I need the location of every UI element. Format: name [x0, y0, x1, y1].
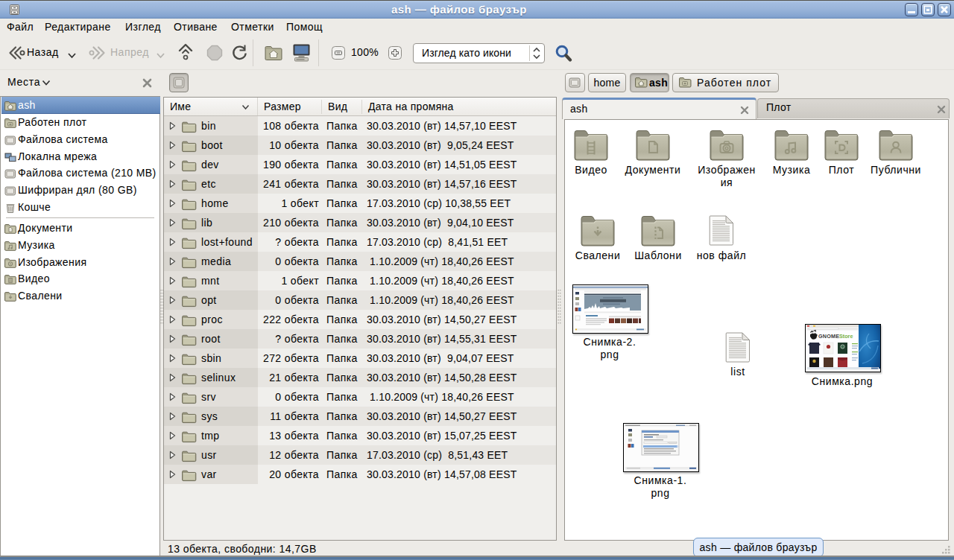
svg-text:GNOME: GNOME — [818, 333, 839, 340]
svg-text:Store: Store — [839, 333, 853, 340]
